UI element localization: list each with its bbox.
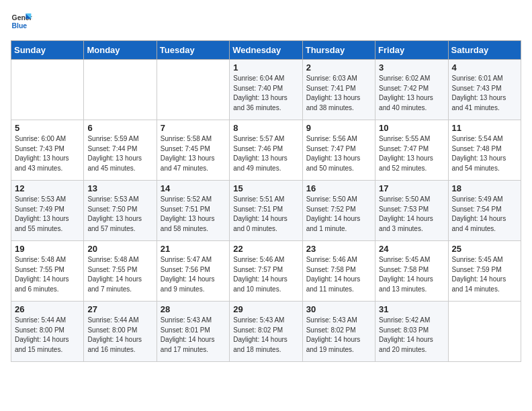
day-info: Sunrise: 6:01 AM Sunset: 7:43 PM Dayligh…: [452, 74, 517, 113]
calendar-week-row: 19Sunrise: 5:48 AM Sunset: 7:55 PM Dayli…: [11, 241, 521, 302]
calendar-cell: [11, 60, 84, 120]
day-info: Sunrise: 5:44 AM Sunset: 8:00 PM Dayligh…: [15, 316, 80, 355]
logo-icon: General Blue: [11, 11, 32, 32]
weekday-header-saturday: Saturday: [448, 41, 521, 60]
day-number: 25: [452, 244, 517, 254]
calendar-cell: 16Sunrise: 5:50 AM Sunset: 7:52 PM Dayli…: [302, 181, 375, 241]
day-number: 17: [379, 183, 444, 193]
day-number: 2: [306, 62, 371, 73]
svg-text:Blue: Blue: [12, 22, 28, 30]
day-number: 12: [15, 183, 80, 193]
day-info: Sunrise: 5:59 AM Sunset: 7:44 PM Dayligh…: [87, 134, 152, 173]
day-info: Sunrise: 5:45 AM Sunset: 7:59 PM Dayligh…: [452, 255, 517, 294]
day-info: Sunrise: 6:00 AM Sunset: 7:43 PM Dayligh…: [15, 134, 80, 173]
calendar-cell: 19Sunrise: 5:48 AM Sunset: 7:55 PM Dayli…: [11, 241, 84, 302]
day-number: 20: [87, 244, 152, 254]
day-info: Sunrise: 5:48 AM Sunset: 7:55 PM Dayligh…: [87, 255, 152, 294]
calendar-cell: 3Sunrise: 6:02 AM Sunset: 7:42 PM Daylig…: [375, 60, 448, 120]
day-number: 21: [161, 244, 226, 254]
day-info: Sunrise: 5:55 AM Sunset: 7:47 PM Dayligh…: [379, 134, 444, 173]
day-info: Sunrise: 5:50 AM Sunset: 7:53 PM Dayligh…: [379, 195, 444, 234]
day-number: 29: [233, 304, 298, 314]
logo: General Blue: [11, 11, 35, 32]
day-info: Sunrise: 6:04 AM Sunset: 7:40 PM Dayligh…: [233, 74, 298, 113]
calendar-cell: 11Sunrise: 5:54 AM Sunset: 7:48 PM Dayli…: [448, 120, 521, 181]
day-info: Sunrise: 5:53 AM Sunset: 7:50 PM Dayligh…: [87, 195, 152, 234]
day-info: Sunrise: 5:52 AM Sunset: 7:51 PM Dayligh…: [161, 195, 226, 234]
calendar-table: SundayMondayTuesdayWednesdayThursdayFrid…: [11, 40, 521, 362]
day-info: Sunrise: 5:57 AM Sunset: 7:46 PM Dayligh…: [233, 134, 298, 173]
weekday-header-monday: Monday: [84, 41, 157, 60]
day-number: 16: [306, 183, 371, 193]
calendar-cell: 31Sunrise: 5:42 AM Sunset: 8:03 PM Dayli…: [375, 302, 448, 362]
day-info: Sunrise: 5:46 AM Sunset: 7:58 PM Dayligh…: [306, 255, 371, 294]
day-number: 11: [452, 123, 517, 133]
calendar-week-row: 12Sunrise: 5:53 AM Sunset: 7:49 PM Dayli…: [11, 181, 521, 241]
weekday-header-row: SundayMondayTuesdayWednesdayThursdayFrid…: [11, 41, 521, 60]
day-number: 28: [161, 304, 226, 314]
weekday-header-tuesday: Tuesday: [157, 41, 229, 60]
day-number: 31: [379, 304, 444, 314]
day-number: 4: [452, 62, 517, 73]
calendar-cell: [84, 60, 157, 120]
day-info: Sunrise: 6:02 AM Sunset: 7:42 PM Dayligh…: [379, 74, 444, 113]
calendar-cell: 8Sunrise: 5:57 AM Sunset: 7:46 PM Daylig…: [230, 120, 302, 181]
calendar-cell: 1Sunrise: 6:04 AM Sunset: 7:40 PM Daylig…: [230, 60, 302, 120]
day-number: 5: [15, 123, 80, 133]
day-number: 3: [379, 62, 444, 73]
day-info: Sunrise: 5:47 AM Sunset: 7:56 PM Dayligh…: [161, 255, 226, 294]
day-number: 26: [15, 304, 80, 314]
weekday-header-thursday: Thursday: [302, 41, 375, 60]
page-header: General Blue: [11, 11, 521, 32]
calendar-cell: 10Sunrise: 5:55 AM Sunset: 7:47 PM Dayli…: [375, 120, 448, 181]
day-info: Sunrise: 5:56 AM Sunset: 7:47 PM Dayligh…: [306, 134, 371, 173]
day-info: Sunrise: 5:51 AM Sunset: 7:51 PM Dayligh…: [233, 195, 298, 234]
calendar-cell: 12Sunrise: 5:53 AM Sunset: 7:49 PM Dayli…: [11, 181, 84, 241]
calendar-cell: 23Sunrise: 5:46 AM Sunset: 7:58 PM Dayli…: [302, 241, 375, 302]
day-info: Sunrise: 5:48 AM Sunset: 7:55 PM Dayligh…: [15, 255, 80, 294]
calendar-cell: 29Sunrise: 5:43 AM Sunset: 8:02 PM Dayli…: [230, 302, 302, 362]
calendar-cell: 26Sunrise: 5:44 AM Sunset: 8:00 PM Dayli…: [11, 302, 84, 362]
day-number: 23: [306, 244, 371, 254]
day-number: 19: [15, 244, 80, 254]
weekday-header-friday: Friday: [375, 41, 448, 60]
calendar-cell: 2Sunrise: 6:03 AM Sunset: 7:41 PM Daylig…: [302, 60, 375, 120]
calendar-cell: 24Sunrise: 5:45 AM Sunset: 7:58 PM Dayli…: [375, 241, 448, 302]
day-number: 9: [306, 123, 371, 133]
day-number: 13: [87, 183, 152, 193]
calendar-cell: 27Sunrise: 5:44 AM Sunset: 8:00 PM Dayli…: [84, 302, 157, 362]
day-number: 8: [233, 123, 298, 133]
calendar-cell: 30Sunrise: 5:43 AM Sunset: 8:02 PM Dayli…: [302, 302, 375, 362]
calendar-cell: 4Sunrise: 6:01 AM Sunset: 7:43 PM Daylig…: [448, 60, 521, 120]
day-number: 27: [87, 304, 152, 314]
calendar-week-row: 1Sunrise: 6:04 AM Sunset: 7:40 PM Daylig…: [11, 60, 521, 120]
day-info: Sunrise: 5:50 AM Sunset: 7:52 PM Dayligh…: [306, 195, 371, 234]
calendar-cell: 20Sunrise: 5:48 AM Sunset: 7:55 PM Dayli…: [84, 241, 157, 302]
calendar-cell: 17Sunrise: 5:50 AM Sunset: 7:53 PM Dayli…: [375, 181, 448, 241]
day-info: Sunrise: 5:46 AM Sunset: 7:57 PM Dayligh…: [233, 255, 298, 294]
day-number: 10: [379, 123, 444, 133]
calendar-week-row: 26Sunrise: 5:44 AM Sunset: 8:00 PM Dayli…: [11, 302, 521, 362]
calendar-cell: 5Sunrise: 6:00 AM Sunset: 7:43 PM Daylig…: [11, 120, 84, 181]
calendar-cell: 7Sunrise: 5:58 AM Sunset: 7:45 PM Daylig…: [157, 120, 229, 181]
calendar-cell: 18Sunrise: 5:49 AM Sunset: 7:54 PM Dayli…: [448, 181, 521, 241]
calendar-cell: 21Sunrise: 5:47 AM Sunset: 7:56 PM Dayli…: [157, 241, 229, 302]
calendar-cell: 15Sunrise: 5:51 AM Sunset: 7:51 PM Dayli…: [230, 181, 302, 241]
day-info: Sunrise: 5:43 AM Sunset: 8:02 PM Dayligh…: [306, 316, 371, 355]
day-number: 30: [306, 304, 371, 314]
day-info: Sunrise: 5:53 AM Sunset: 7:49 PM Dayligh…: [15, 195, 80, 234]
calendar-cell: 22Sunrise: 5:46 AM Sunset: 7:57 PM Dayli…: [230, 241, 302, 302]
calendar-cell: 9Sunrise: 5:56 AM Sunset: 7:47 PM Daylig…: [302, 120, 375, 181]
calendar-cell: 28Sunrise: 5:43 AM Sunset: 8:01 PM Dayli…: [157, 302, 229, 362]
day-info: Sunrise: 5:42 AM Sunset: 8:03 PM Dayligh…: [379, 316, 444, 355]
day-number: 18: [452, 183, 517, 193]
day-number: 24: [379, 244, 444, 254]
calendar-cell: 13Sunrise: 5:53 AM Sunset: 7:50 PM Dayli…: [84, 181, 157, 241]
day-info: Sunrise: 5:44 AM Sunset: 8:00 PM Dayligh…: [87, 316, 152, 355]
day-number: 6: [87, 123, 152, 133]
calendar-cell: 6Sunrise: 5:59 AM Sunset: 7:44 PM Daylig…: [84, 120, 157, 181]
day-info: Sunrise: 5:45 AM Sunset: 7:58 PM Dayligh…: [379, 255, 444, 294]
day-info: Sunrise: 5:43 AM Sunset: 8:02 PM Dayligh…: [233, 316, 298, 355]
day-info: Sunrise: 6:03 AM Sunset: 7:41 PM Dayligh…: [306, 74, 371, 113]
day-number: 15: [233, 183, 298, 193]
